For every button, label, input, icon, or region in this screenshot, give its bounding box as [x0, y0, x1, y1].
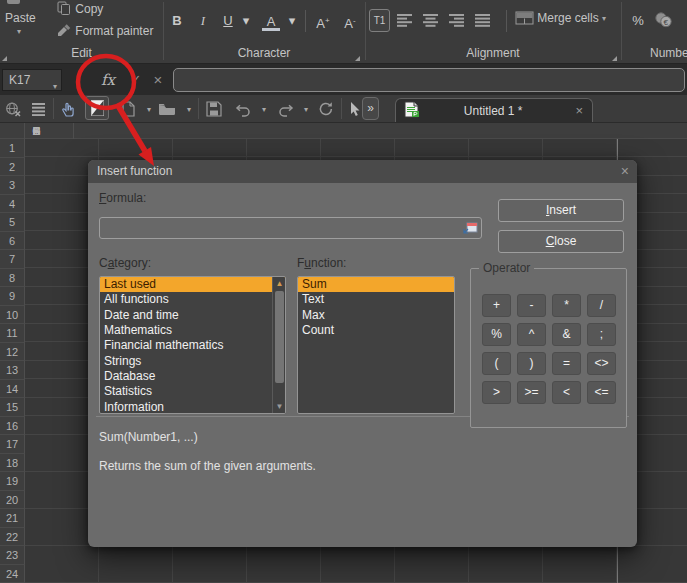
new-document-icon[interactable] [120, 100, 138, 118]
function-list-item[interactable]: Text [298, 292, 454, 307]
dialog-formula-input[interactable] [99, 217, 482, 239]
scrollbar[interactable]: ▲ ▼ [272, 277, 285, 413]
close-tab-icon[interactable]: × [566, 103, 592, 118]
row-header[interactable]: 18 [0, 454, 25, 473]
row-header[interactable]: 13 [0, 361, 25, 380]
row-header[interactable]: 12 [0, 343, 25, 362]
row-header[interactable]: 8 [0, 269, 25, 288]
merge-cells-button[interactable]: Merge cells ▾ [515, 11, 606, 31]
dialog-titlebar[interactable]: Insert function × [88, 160, 637, 183]
italic-button[interactable]: I [194, 10, 212, 32]
insert-function-button[interactable]: fx [94, 66, 122, 94]
insert-button[interactable]: Insert [498, 199, 624, 222]
row-header[interactable]: 16 [0, 417, 25, 436]
grow-font-button[interactable]: A+ [313, 10, 333, 32]
page-preview-toggle[interactable] [85, 96, 109, 120]
redo-icon[interactable] [276, 100, 294, 118]
row-header[interactable]: 2 [0, 158, 25, 177]
row-header[interactable]: 3 [0, 176, 25, 195]
open-folder-icon[interactable] [158, 100, 176, 118]
column-header[interactable]: I [0, 123, 74, 139]
copy-button[interactable]: Copy [57, 1, 103, 19]
text-orientation-button[interactable]: T1 [369, 9, 390, 32]
operator-button[interactable]: / [587, 294, 616, 317]
scroll-up-icon[interactable]: ▲ [273, 277, 286, 290]
category-list-item[interactable]: Mathematics [100, 323, 285, 338]
formula-input[interactable] [173, 68, 685, 92]
row-header[interactable]: 14 [0, 380, 25, 399]
percent-format-button[interactable]: % [630, 10, 646, 32]
bold-button[interactable]: B [168, 10, 186, 32]
function-list-item[interactable]: Count [298, 323, 454, 338]
underline-button[interactable]: U [219, 10, 237, 32]
row-header[interactable]: 9 [0, 287, 25, 306]
dialog-launcher-icon[interactable] [612, 56, 617, 61]
paste-button[interactable]: Paste ▾ [3, 0, 51, 42]
row-header[interactable]: 22 [0, 528, 25, 547]
row-header[interactable]: 23 [0, 546, 25, 565]
font-color-button[interactable]: A [262, 12, 280, 31]
chevron-down-icon[interactable]: ▾ [297, 100, 315, 118]
category-list-item[interactable]: All functions [100, 292, 285, 307]
operator-button[interactable]: % [482, 323, 511, 346]
document-tab[interactable]: Untitled 1 * × [395, 98, 593, 122]
collapse-dialog-icon[interactable] [463, 221, 478, 238]
toolbar-overflow-button[interactable]: » [362, 97, 379, 120]
row-header[interactable]: 5 [0, 213, 25, 232]
operator-button[interactable]: <= [587, 381, 616, 404]
align-right-button[interactable] [449, 14, 465, 30]
dialog-close-icon[interactable]: × [621, 160, 629, 183]
row-header[interactable]: 19 [0, 472, 25, 491]
row-header[interactable]: 10 [0, 306, 25, 325]
list-view-icon[interactable] [30, 100, 48, 118]
chevron-down-icon[interactable]: ▾ [180, 100, 198, 118]
row-header[interactable]: 4 [0, 195, 25, 214]
category-list-item[interactable]: Strings [100, 354, 285, 369]
touch-mode-icon[interactable] [59, 100, 77, 118]
operator-button[interactable]: ) [517, 352, 546, 375]
currency-format-button[interactable]: € [654, 11, 674, 32]
row-header[interactable]: 17 [0, 435, 25, 454]
category-list-item[interactable]: Last used [100, 277, 285, 292]
confirm-entry-icon[interactable]: ✓ [126, 67, 146, 93]
chevron-down-icon[interactable]: ▾ [140, 100, 158, 118]
shrink-font-button[interactable]: A- [340, 10, 360, 32]
chevron-down-icon[interactable]: ▾ [286, 10, 298, 32]
align-justify-button[interactable] [475, 14, 491, 30]
save-icon[interactable] [205, 100, 223, 118]
scrollbar-thumb[interactable] [275, 291, 284, 383]
web-disconnect-icon[interactable] [4, 100, 22, 118]
row-header[interactable]: 21 [0, 509, 25, 528]
operator-button[interactable]: * [552, 294, 581, 317]
align-center-button[interactable] [423, 14, 439, 30]
operator-button[interactable]: - [517, 294, 546, 317]
row-header[interactable]: 6 [0, 232, 25, 251]
chevron-down-icon[interactable]: ▾ [240, 10, 252, 32]
operator-button[interactable]: ; [587, 323, 616, 346]
operator-button[interactable]: <> [587, 352, 616, 375]
row-header[interactable]: 20 [0, 491, 25, 510]
dialog-launcher-icon[interactable] [2, 56, 7, 61]
category-list-item[interactable]: Date and time [100, 308, 285, 323]
row-header[interactable]: 24 [0, 565, 25, 583]
category-list-item[interactable]: Statistics [100, 384, 285, 399]
operator-button[interactable]: >= [517, 381, 546, 404]
category-list-item[interactable]: Information [100, 400, 285, 414]
cell-reference-box[interactable]: K17 ▾ [2, 69, 62, 91]
row-header[interactable]: 15 [0, 398, 25, 417]
undo-icon[interactable] [234, 100, 252, 118]
operator-button[interactable]: = [552, 352, 581, 375]
operator-button[interactable]: < [552, 381, 581, 404]
function-list-item[interactable]: Sum [298, 277, 454, 292]
cancel-entry-icon[interactable]: × [148, 67, 168, 93]
operator-button[interactable]: ^ [517, 323, 546, 346]
category-list-item[interactable]: Database [100, 369, 285, 384]
align-left-button[interactable] [397, 14, 413, 30]
scroll-down-icon[interactable]: ▼ [273, 400, 286, 413]
operator-button[interactable]: & [552, 323, 581, 346]
row-header[interactable]: 1 [0, 139, 25, 158]
refresh-icon[interactable] [317, 100, 335, 118]
row-header[interactable]: 7 [0, 250, 25, 269]
dialog-launcher-icon[interactable] [355, 56, 360, 61]
format-painter-button[interactable]: Format painter [57, 23, 153, 41]
